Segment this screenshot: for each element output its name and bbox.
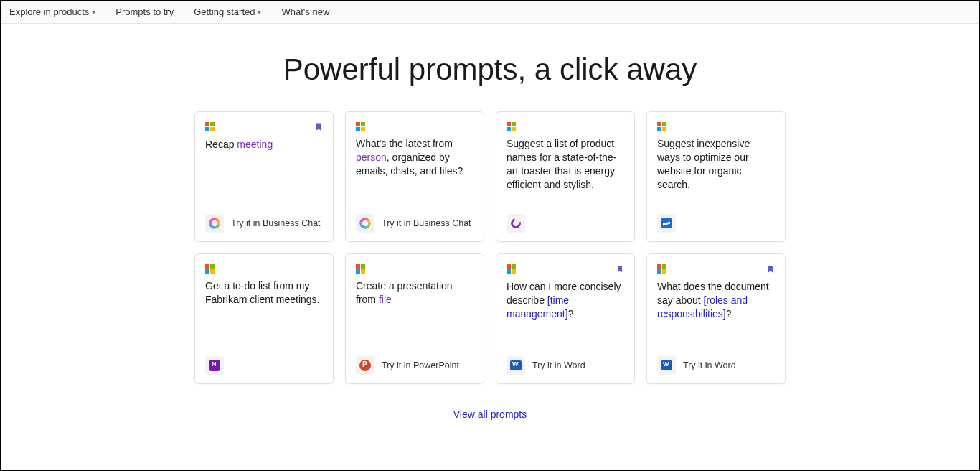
prompt-text: Get a to-do list from my Fabrikam client… bbox=[205, 279, 323, 307]
chevron-down-icon: ▾ bbox=[92, 8, 95, 16]
word-app-icon bbox=[507, 356, 525, 375]
card-top-row bbox=[356, 264, 473, 274]
prompt-card[interactable]: Recap meetingTry it in Business Chat bbox=[194, 111, 334, 242]
nav-getting-started-label: Getting started bbox=[194, 6, 255, 17]
nav-whats-new-label: What's new bbox=[281, 6, 329, 17]
prompt-card[interactable]: What does the document say about [roles … bbox=[646, 253, 786, 384]
card-top-row bbox=[657, 264, 775, 274]
prompt-highlight: person bbox=[356, 151, 387, 163]
prompt-pre: Suggest a list of product names for a st… bbox=[507, 138, 616, 190]
main-content: Powerful prompts, a click away Recap mee… bbox=[1, 24, 979, 420]
nav-whats-new[interactable]: What's new bbox=[281, 6, 329, 17]
prompt-text: Create a presentation from file bbox=[356, 279, 473, 307]
nav-prompts-label: Prompts to try bbox=[116, 6, 174, 17]
ppt-app-icon bbox=[356, 356, 374, 375]
word-app-icon bbox=[657, 356, 676, 375]
nav-explore-label: Explore in products bbox=[9, 6, 89, 17]
prompt-pre: Suggest inexpensive ways to optimize our… bbox=[657, 138, 750, 190]
try-in-label[interactable]: Try it in Word bbox=[683, 360, 736, 370]
microsoft-logo-icon bbox=[205, 122, 215, 131]
microsoft-logo-icon bbox=[657, 122, 666, 131]
card-footer: Try it in Word bbox=[657, 356, 775, 375]
prompt-pre: Create a presentation from bbox=[356, 280, 453, 305]
card-top-row bbox=[507, 122, 624, 131]
prompt-grid: Recap meetingTry it in Business ChatWhat… bbox=[1, 111, 979, 384]
try-in-label[interactable]: Try it in Business Chat bbox=[382, 218, 471, 228]
bookmark-icon[interactable] bbox=[314, 122, 323, 132]
bookmark-icon[interactable] bbox=[766, 264, 775, 274]
whiteboard-app-icon bbox=[657, 214, 676, 233]
bookmark-icon[interactable] bbox=[616, 264, 624, 274]
top-nav: Explore in products ▾ Prompts to try Get… bbox=[1, 1, 979, 24]
prompt-post: ? bbox=[568, 308, 574, 320]
card-footer: Try it in PowerPoint bbox=[356, 356, 473, 375]
chat-app-icon bbox=[205, 214, 224, 233]
try-in-label[interactable]: Try it in Word bbox=[532, 360, 585, 370]
nav-explore[interactable]: Explore in products ▾ bbox=[9, 6, 95, 17]
prompt-pre: Recap bbox=[205, 139, 237, 150]
card-top-row bbox=[657, 122, 775, 131]
try-in-label[interactable]: Try it in PowerPoint bbox=[382, 360, 459, 370]
card-footer bbox=[657, 214, 775, 233]
card-footer: Try it in Business Chat bbox=[205, 214, 323, 233]
prompt-pre: What's the latest from bbox=[356, 138, 453, 149]
prompt-card[interactable]: What's the latest from person, organized… bbox=[345, 111, 484, 242]
nav-getting-started[interactable]: Getting started ▾ bbox=[194, 6, 261, 17]
card-footer: Try it in Business Chat bbox=[356, 214, 473, 233]
page-headline: Powerful prompts, a click away bbox=[1, 52, 979, 87]
microsoft-logo-icon bbox=[205, 264, 215, 274]
chat-app-icon bbox=[356, 214, 374, 233]
microsoft-logo-icon bbox=[356, 122, 365, 131]
microsoft-logo-icon bbox=[507, 122, 516, 131]
prompt-text: Recap meeting bbox=[205, 138, 323, 151]
microsoft-logo-icon bbox=[657, 264, 666, 274]
prompt-card[interactable]: Suggest inexpensive ways to optimize our… bbox=[646, 111, 786, 242]
prompt-pre: Get a to-do list from my Fabrikam client… bbox=[205, 280, 320, 305]
card-footer: Try it in Word bbox=[507, 356, 624, 375]
prompt-highlight: file bbox=[379, 294, 392, 305]
card-footer bbox=[205, 356, 323, 375]
prompt-card[interactable]: Suggest a list of product names for a st… bbox=[496, 111, 635, 242]
prompt-text: What does the document say about [roles … bbox=[657, 280, 775, 321]
prompt-text: Suggest a list of product names for a st… bbox=[507, 137, 624, 192]
prompt-card[interactable]: Create a presentation from fileTry it in… bbox=[345, 253, 484, 384]
try-in-label[interactable]: Try it in Business Chat bbox=[231, 218, 321, 228]
prompt-card[interactable]: Get a to-do list from my Fabrikam client… bbox=[194, 253, 334, 384]
prompt-text: Suggest inexpensive ways to optimize our… bbox=[657, 137, 775, 192]
microsoft-logo-icon bbox=[356, 264, 365, 274]
card-top-row bbox=[507, 264, 624, 274]
microsoft-logo-icon bbox=[507, 264, 516, 274]
prompt-card[interactable]: How can I more concisely describe [time … bbox=[496, 253, 635, 384]
card-footer bbox=[507, 214, 624, 233]
prompt-text: How can I more concisely describe [time … bbox=[507, 280, 624, 321]
card-top-row bbox=[356, 122, 473, 131]
prompt-post: ? bbox=[726, 308, 732, 320]
onenote-app-icon bbox=[205, 356, 224, 375]
prompt-text: What's the latest from person, organized… bbox=[356, 137, 473, 178]
loop-app-icon bbox=[507, 214, 525, 233]
prompt-highlight: meeting bbox=[237, 139, 273, 150]
card-top-row bbox=[205, 264, 323, 274]
card-top-row bbox=[205, 122, 323, 132]
chevron-down-icon: ▾ bbox=[258, 8, 261, 16]
view-all-prompts-link[interactable]: View all prompts bbox=[1, 409, 979, 420]
nav-prompts[interactable]: Prompts to try bbox=[116, 6, 174, 17]
